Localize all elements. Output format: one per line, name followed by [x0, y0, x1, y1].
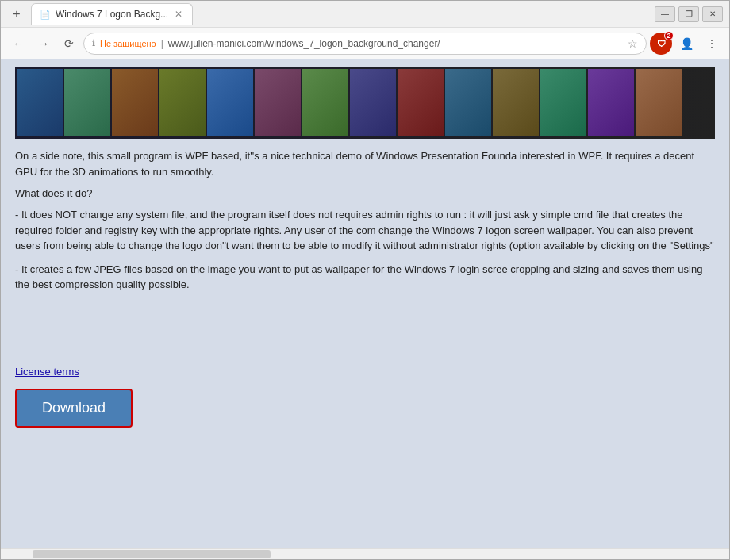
menu-button[interactable]: ⋮: [701, 33, 723, 55]
bullet-1: - It does NOT change any system file, an…: [15, 207, 715, 254]
browser-tab[interactable]: 📄 Windows 7 Logon Backg... ✕: [31, 3, 193, 25]
thumbnail-7: [302, 69, 348, 136]
thumbnail-5: [207, 69, 253, 136]
thumbnail-3: [112, 69, 158, 136]
page-content[interactable]: On a side note, this small program is WP…: [1, 59, 729, 548]
paragraph-1: On a side note, this small program is WP…: [15, 148, 715, 179]
tab-favicon: 📄: [40, 10, 51, 20]
nav-right-buttons: 🛡 2 👤 ⋮: [650, 33, 723, 55]
scrollbar-thumb[interactable]: [33, 550, 271, 558]
titlebar: + 📄 Windows 7 Logon Backg... ✕ — ❐ ✕: [1, 1, 729, 28]
tab-title: Windows 7 Logon Backg...: [56, 9, 168, 20]
content-wrapper: On a side note, this small program is WP…: [1, 59, 729, 548]
image-strip: [15, 67, 715, 139]
back-button[interactable]: ←: [7, 33, 29, 55]
refresh-button[interactable]: ⟳: [58, 33, 80, 55]
thumbnail-1: [17, 69, 63, 136]
url-text: www.julien-manici.com/windows_7_logon_ba…: [168, 38, 623, 49]
thumbnails-container: [15, 67, 683, 139]
warning-text: Не защищено: [100, 39, 156, 48]
lock-icon: ℹ: [92, 38, 95, 48]
download-button[interactable]: Download: [15, 389, 133, 428]
thumbnail-12: [540, 69, 586, 136]
scrollbar-track: [1, 550, 729, 558]
thumbnail-4: [159, 69, 206, 136]
address-bar[interactable]: ℹ Не защищено | www.julien-manici.com/wi…: [83, 33, 647, 55]
thumbnail-9: [398, 69, 444, 136]
thumbnail-11: [493, 69, 539, 136]
thumbnail-8: [350, 69, 396, 136]
tab-close-button[interactable]: ✕: [173, 9, 184, 20]
minimize-button[interactable]: —: [655, 6, 675, 22]
new-tab-button[interactable]: +: [7, 5, 26, 24]
extension-icon: 🛡 2: [650, 33, 672, 55]
restore-button[interactable]: ❐: [678, 6, 699, 22]
browser-window: + 📄 Windows 7 Logon Backg... ✕ — ❐ ✕ ← →…: [0, 0, 730, 560]
navbar: ← → ⟳ ℹ Не защищено | www.julien-manici.…: [1, 28, 729, 59]
spacer: [15, 301, 715, 364]
thumbnail-6: [255, 69, 301, 136]
thumbnail-14: [636, 69, 682, 136]
shield-icon: 🛡: [657, 39, 666, 48]
license-link[interactable]: License terms: [15, 366, 79, 378]
inner-content: On a side note, this small program is WP…: [1, 59, 729, 548]
bookmark-icon[interactable]: ☆: [628, 37, 638, 50]
horizontal-scrollbar[interactable]: [1, 548, 729, 559]
account-button[interactable]: 👤: [675, 33, 697, 55]
close-button[interactable]: ✕: [702, 6, 723, 22]
thumbnail-10: [445, 69, 491, 136]
titlebar-left: + 📄 Windows 7 Logon Backg... ✕: [7, 3, 655, 25]
bullet-2: - It creates a few JPEG files based on t…: [15, 262, 715, 293]
forward-button[interactable]: →: [33, 33, 55, 55]
section-title: What does it do?: [15, 187, 715, 199]
thumbnail-13: [588, 69, 634, 136]
window-controls: — ❐ ✕: [655, 6, 723, 22]
thumbnail-2: [64, 69, 110, 136]
separator: |: [161, 38, 163, 49]
extensions-button[interactable]: 🛡 2: [650, 33, 672, 55]
ext-badge: 2: [664, 31, 674, 40]
